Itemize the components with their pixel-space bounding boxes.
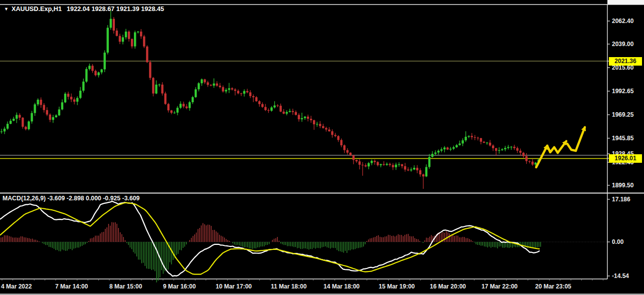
candle-body [152,78,154,93]
candle-wick [408,167,408,171]
candle-body [207,82,209,85]
macd-histogram-bar [497,242,498,248]
macd-histogram-bar [480,242,481,246]
candle-body [522,153,524,156]
macd-histogram-bar [198,229,198,242]
candle-body [88,66,90,69]
candle-body [437,151,439,153]
candle-body [529,161,531,162]
macd-histogram-bar [247,242,248,247]
macd-histogram-bar [464,237,464,242]
candle-wick [487,142,487,145]
chevron-down-icon[interactable]: ▼ [4,7,9,12]
price-tick-label: 1899.50 [612,182,633,189]
macd-histogram-bar [146,242,147,268]
macd-histogram-bar [405,235,405,242]
macd-histogram-bar [236,242,236,245]
macd-histogram-bar [203,223,203,242]
macd-histogram-bar [80,242,81,246]
macd-histogram-bar [540,242,541,247]
macd-histogram-bar [398,234,398,242]
macd-histogram-bar [287,242,287,246]
candle-body [107,28,109,53]
candle-wick [468,135,469,138]
macd-histogram-bar [362,242,362,247]
candle-body [471,136,473,137]
macd-histogram-bar [254,242,254,248]
macd-histogram-bar [183,242,183,248]
macd-histogram-bar [431,235,431,242]
macd-histogram-bar [494,242,495,247]
macd-histogram-bar [246,242,246,247]
macd-histogram-bar [151,242,152,270]
candle-body [486,143,488,143]
macd-histogram-bar [451,235,451,242]
candle-body [416,168,418,170]
macd-histogram-bar [34,240,34,242]
candle-body [186,107,188,108]
candle-body [356,160,358,161]
macd-histogram-bar [21,236,21,242]
candle-body [249,92,251,96]
macd-histogram-bar [329,242,329,248]
macd-histogram-bar [143,242,143,263]
candle-body [168,104,170,111]
macd-histogram-bar [8,235,8,242]
macd-histogram-bar [118,228,119,242]
macd-histogram-bar [45,242,46,245]
macd-histogram-bar [131,242,132,249]
macd-histogram-bar [44,242,44,244]
macd-histogram-bar [144,242,145,266]
macd-histogram-bar [191,238,192,242]
macd-histogram-bar [334,242,334,248]
candle-body [158,85,160,85]
macd-histogram-bar [381,237,382,242]
candle-body [110,19,112,28]
candle-body [428,157,430,167]
candle-body [383,164,385,165]
candle-body [119,36,121,42]
macd-histogram-bar [57,242,58,250]
candle-body [143,37,145,47]
price-chart-canvas[interactable] [0,0,644,295]
candle-body [171,110,173,113]
macd-histogram-bar [52,242,53,248]
macd-histogram-bar [19,237,20,242]
macd-histogram-bar [97,235,97,242]
macd-histogram-bar [355,242,356,249]
macd-histogram-bar [223,236,223,242]
macd-histogram-bar [426,237,426,242]
macd-histogram-bar [284,242,284,245]
candle-body [510,147,512,147]
macd-histogram-bar [173,242,174,260]
candle-body [458,143,460,145]
macd-histogram-bar [180,242,180,250]
macd-histogram-bar [274,239,274,242]
time-tick-label: 16 Mar 20:00 [430,283,466,290]
candle-body [216,84,218,86]
macd-histogram-bar [343,242,344,253]
macd-histogram-bar [92,238,92,242]
macd-histogram-bar [373,237,374,242]
macd-histogram-bar [47,242,48,245]
macd-histogram-bar [1,237,1,242]
candle-body [146,47,148,62]
macd-histogram-bar [475,242,476,244]
candle-body [113,19,115,31]
macd-histogram-bar [302,242,302,249]
candle-body [449,149,451,150]
candle-body [347,150,349,153]
ohlc-readout: 1922.04 1928.67 1921.39 1928.45 [67,6,164,13]
macd-histogram-bar [400,235,400,242]
macd-histogram-bar [280,242,281,243]
macd-histogram-bar [345,242,346,251]
macd-histogram-bar [55,242,56,250]
macd-histogram-bar [471,240,471,242]
macd-histogram-bar [534,242,534,247]
candle-body [180,104,182,108]
macd-histogram-bar [59,242,59,251]
macd-histogram-bar [539,242,539,247]
macd-histogram-bar [9,236,10,242]
candle-body [532,162,534,165]
macd-histogram-bar [121,234,122,242]
